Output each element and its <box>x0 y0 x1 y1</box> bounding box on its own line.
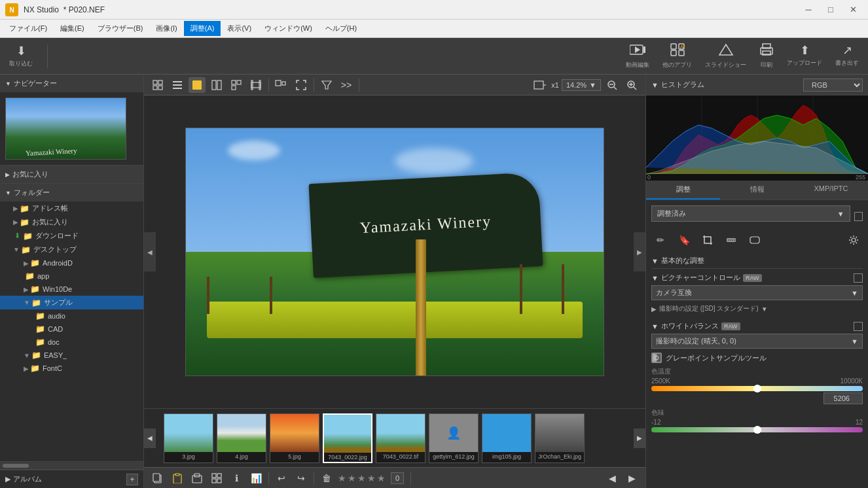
meta-button[interactable]: ℹ <box>228 470 245 486</box>
white-balance-dropdown[interactable]: 撮影時の設定 (晴天, 0, 0) ▼ <box>651 334 863 349</box>
menu-file[interactable]: ファイル(F) <box>3 21 54 36</box>
navigator-header[interactable]: ▼ ナビゲーター <box>0 75 143 92</box>
menu-view[interactable]: 表示(V) <box>221 21 258 36</box>
single-view-button[interactable] <box>189 77 206 93</box>
print-button[interactable]: 印刷 <box>755 41 778 72</box>
pencil-tool[interactable]: ✏ <box>651 232 670 248</box>
histogram-mode-select[interactable]: RGB R G B Luminosity <box>803 78 863 92</box>
multi-view-button[interactable] <box>228 77 245 93</box>
undo-button[interactable]: ↩ <box>273 470 290 486</box>
preset-checkbox[interactable] <box>854 212 863 221</box>
thumbnail-7043-tif[interactable]: 7043_0022.tif <box>376 413 425 463</box>
tree-item-address[interactable]: ▶ 📁 アドレス帳 <box>0 201 143 215</box>
redo-button[interactable]: ↪ <box>293 470 310 486</box>
menu-image[interactable]: 画像(I) <box>149 21 183 36</box>
tree-item-audio[interactable]: 📁 audio <box>0 309 143 322</box>
tree-item-doc[interactable]: 📁 doc <box>0 336 143 349</box>
camera-compatible-dropdown[interactable]: カメラ互換 ▼ <box>651 285 863 300</box>
compare-view-button[interactable] <box>208 77 225 93</box>
tree-item-win10[interactable]: ▶ 📁 Win10De <box>0 283 143 296</box>
next-image-arrow[interactable]: ▶ <box>634 232 645 271</box>
grey-point-row[interactable]: グレーポイントサンプルツール <box>651 353 863 363</box>
tree-item-favorites[interactable]: ▶ 📁 お気に入り <box>0 215 143 229</box>
settings-tool[interactable] <box>844 232 863 248</box>
menu-help[interactable]: ヘルプ(H) <box>319 21 363 36</box>
next-nav-button[interactable]: ▶ <box>623 470 640 486</box>
tree-item-sample[interactable]: ▼ 📁 サンプル <box>0 296 143 309</box>
tree-item-download[interactable]: ⬇ 📁 ダウンロード <box>0 229 143 243</box>
add-album-button[interactable]: + <box>126 474 138 485</box>
tree-item-cad[interactable]: 📁 CAD <box>0 322 143 336</box>
folders-header[interactable]: ▼ フォルダー <box>0 184 143 201</box>
slideshow-button[interactable]: スライドショー <box>701 41 750 72</box>
export-button[interactable]: ↗ 書き出す <box>831 41 863 72</box>
prev-image-arrow[interactable]: ◀ <box>144 232 156 271</box>
color-temp-slider[interactable] <box>651 386 863 391</box>
transform-tool[interactable] <box>746 232 764 248</box>
picture-control-header[interactable]: ▼ ピクチャーコントロール RAW <box>651 273 863 283</box>
folder-scrollbar-h[interactable] <box>0 461 143 469</box>
tree-item-app[interactable]: 📁 app <box>0 270 143 283</box>
menu-window[interactable]: ウィンドウ(W) <box>258 21 319 36</box>
album-header[interactable]: ▶ アルバム <box>5 474 42 484</box>
thumbnail-jrochan[interactable]: JrOchan_Eki.jpg <box>535 413 585 463</box>
paste-button[interactable] <box>169 470 186 486</box>
zoom-percent-display[interactable]: 14.2% ▼ <box>562 79 601 91</box>
filter-button[interactable] <box>318 77 335 93</box>
tree-item-desktop[interactable]: ▼ 📁 デスクトップ <box>0 243 143 256</box>
video-edit-button[interactable]: 動画編集 <box>622 41 653 72</box>
basic-adj-header[interactable]: ▼ 基本的な調整 <box>651 253 863 269</box>
crop-tool[interactable] <box>698 232 717 248</box>
grid-view-button[interactable] <box>149 77 166 93</box>
upload-button[interactable]: ⬆ アップロード <box>783 41 826 72</box>
import-button[interactable]: ⬇ 取り込む <box>5 41 37 71</box>
color-temp-thumb[interactable] <box>753 385 761 392</box>
tree-item-android[interactable]: ▶ 📁 AndroidD <box>0 256 143 270</box>
histogram-button[interactable]: 📊 <box>247 470 264 486</box>
star-4[interactable]: ★ <box>367 473 376 483</box>
preset-dropdown[interactable]: 調整済み ▼ <box>651 205 850 222</box>
wb-checkbox[interactable] <box>854 322 863 331</box>
shooting-settings-link[interactable]: ▶ 撮影時の設定 ([SD] スタンダード) ▼ <box>651 303 863 315</box>
tab-adjust[interactable]: 調整 <box>646 181 720 200</box>
prev-nav-button[interactable]: ◀ <box>604 470 621 486</box>
star-3[interactable]: ★ <box>357 473 366 483</box>
delete-button[interactable]: 🗑 <box>318 470 335 486</box>
tab-info[interactable]: 情報 <box>720 181 794 200</box>
fit-screen-button[interactable] <box>532 77 549 93</box>
rating-value-box[interactable]: 0 <box>391 472 404 484</box>
thumbnail-5jpg[interactable]: 5.jpg <box>270 413 319 463</box>
thumb-prev-button[interactable]: ◀ <box>144 428 156 448</box>
white-balance-header[interactable]: ▼ ホワイトバランス RAW <box>651 321 863 331</box>
pc-checkbox[interactable] <box>854 273 863 283</box>
tab-xmp[interactable]: XMP/IPTC <box>794 181 868 200</box>
thumbnail-3jpg[interactable]: 3.jpg <box>164 413 213 463</box>
straighten-tool[interactable] <box>722 232 740 248</box>
grid2-button[interactable] <box>208 470 225 486</box>
thumb-next-button[interactable]: ▶ <box>634 428 645 448</box>
fit-window-button[interactable] <box>293 77 310 93</box>
thumbnail-size-button[interactable] <box>273 77 290 93</box>
tint-thumb[interactable] <box>753 426 761 434</box>
other-apps-button[interactable]: APP 他のアプリ <box>659 41 696 72</box>
star-2[interactable]: ★ <box>348 473 356 483</box>
tree-item-easy[interactable]: ▼ 📁 EASY_ <box>0 349 143 362</box>
menu-browser[interactable]: ブラウザー(B) <box>91 21 150 36</box>
list-view-button[interactable] <box>169 77 186 93</box>
minimize-button[interactable]: ─ <box>799 3 818 16</box>
maximize-button[interactable]: □ <box>821 3 841 16</box>
close-button[interactable]: ✕ <box>843 3 863 16</box>
tree-item-fontc[interactable]: ▶ 📁 FontC <box>0 362 143 375</box>
thumbnail-img105[interactable]: img105.jpg <box>482 413 532 463</box>
menu-edit[interactable]: 編集(E) <box>54 21 91 36</box>
info-button[interactable] <box>189 470 206 486</box>
menu-adjust[interactable]: 調整(A) <box>184 21 221 36</box>
thumbnail-getty[interactable]: 👤 gettyim_612.jpg <box>429 413 479 463</box>
star-5[interactable]: ★ <box>377 473 386 483</box>
copy-button[interactable] <box>149 470 166 486</box>
thumbnail-7043-jpg[interactable]: 7043_0022.jpg <box>323 413 372 463</box>
filmstrip-button[interactable] <box>247 77 264 93</box>
color-temp-input[interactable] <box>823 392 863 404</box>
stamp-tool[interactable]: 🔖 <box>675 232 693 248</box>
thumbnail-4jpg[interactable]: 4.jpg <box>217 413 266 463</box>
